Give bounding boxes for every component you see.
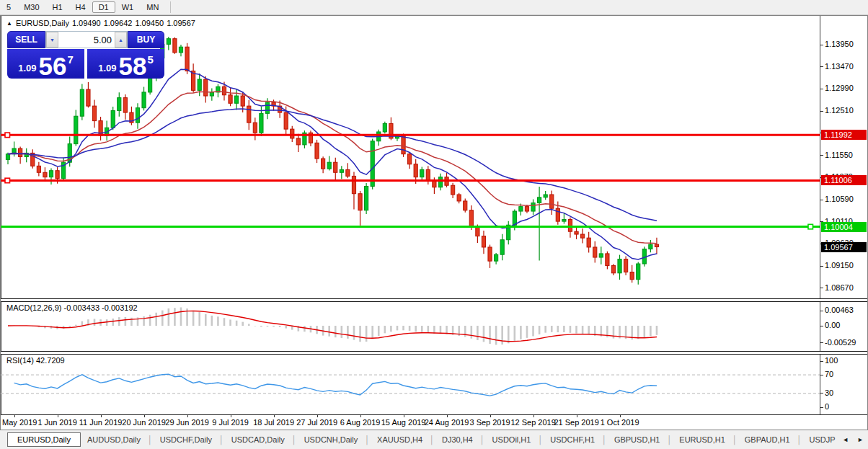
macd-plot[interactable]: MACD(12,26,9) -0.003433 -0.003192: [1, 302, 820, 351]
timeframe-button-mn[interactable]: MN: [140, 1, 165, 13]
level-handle[interactable]: [808, 224, 813, 229]
volume-control: ▼ ▲: [45, 31, 128, 48]
date-axis-label: 9 Jul 2019: [212, 418, 249, 427]
price-axis-tickmark: [820, 45, 823, 45]
tab-usdchf-daily[interactable]: USDCHF,Daily: [154, 432, 218, 447]
date-axis-tickmark: [317, 415, 318, 417]
level-handle[interactable]: [5, 178, 10, 183]
volume-input[interactable]: [58, 32, 115, 48]
tab-scroll-controls: ◄►: [840, 430, 866, 449]
price-badge-resistance: 1.11006: [821, 175, 867, 185]
rsi-axis-tick: 30: [825, 388, 833, 397]
tab-usdcad-daily[interactable]: USDCAD,Daily: [225, 432, 291, 447]
tab-separator: │: [147, 435, 154, 444]
macd-axis-tick: 0.00: [825, 321, 840, 329]
price-axis-tick: 1.08670: [825, 283, 854, 292]
volume-decrease-button[interactable]: ▼: [46, 32, 58, 48]
tab-usdjp[interactable]: USDJP: [802, 432, 841, 447]
price-badge-resistance: 1.11992: [821, 130, 867, 140]
date-axis-tickmark: [404, 415, 404, 417]
rsi-axis-tickmark: [820, 375, 823, 375]
chart-tab-bar: EURUSD,DailyAUDUSD,Daily│USDCHF,Daily│US…: [0, 430, 868, 449]
date-axis-label: 29 Jun 2019: [165, 418, 209, 427]
date-axis-label: 11 Jun 2019: [79, 418, 123, 427]
tab-separator: │: [537, 435, 544, 444]
tab-scroll-left-icon[interactable]: ◄: [842, 436, 849, 443]
price-axis-tick: 1.12990: [825, 84, 854, 92]
level-handle[interactable]: [5, 133, 10, 138]
main-price-pane: ▲EURUSD,Daily1.094901.096421.094501.0956…: [1, 16, 867, 298]
tab-audusd-daily[interactable]: AUDUSD,Daily: [81, 432, 147, 447]
macd-signal-line: [8, 311, 657, 342]
macd-values: -0.003433 -0.003192: [63, 303, 137, 312]
ema-slow-line: [8, 109, 657, 221]
date-axis-tickmark: [274, 415, 275, 417]
sell-price-handle: 1.09: [18, 63, 36, 74]
date-axis[interactable]: 23 May 20191 Jun 201911 Jun 201920 Jun 2…: [1, 414, 867, 430]
timeframe-button-d1[interactable]: D1: [92, 1, 115, 13]
tab-usdchf-h1[interactable]: USDCHF,H1: [544, 432, 601, 447]
chart-window: ▲EURUSD,Daily1.094901.096421.094501.0956…: [0, 15, 868, 430]
sell-price-panel[interactable]: 1.09567: [7, 49, 84, 79]
tab-separator: │: [601, 435, 608, 444]
tab-separator: │: [291, 435, 298, 444]
timeframe-button-h4[interactable]: H4: [69, 1, 92, 13]
price-axis-tickmark: [820, 288, 823, 288]
date-axis-tickmark: [447, 415, 448, 417]
date-axis-label: 18 Jul 2019: [253, 418, 294, 427]
buy-price-handle: 1.09: [98, 63, 116, 74]
date-axis-label: 1 Jun 2019: [37, 418, 76, 427]
rsi-pane: RSI(14) 42.7209 10070300: [1, 355, 867, 414]
macd-label: MACD(12,26,9) -0.003433 -0.003192: [6, 303, 138, 312]
rsi-axis-tick: 0: [825, 402, 829, 411]
macd-axis-tickmark: [820, 342, 823, 343]
timeframe-button-h1[interactable]: H1: [46, 1, 69, 13]
tab-dj30-h4[interactable]: DJ30,H4: [435, 432, 479, 447]
buy-button[interactable]: BUY: [128, 31, 164, 48]
date-axis-label: 21 Sep 2019: [554, 418, 598, 427]
tab-separator: │: [797, 435, 803, 444]
tab-eurusd-daily[interactable]: EURUSD,Daily: [7, 432, 81, 447]
timeframe-button-m30[interactable]: M30: [17, 1, 45, 13]
toolbar-separator: [170, 1, 171, 13]
date-axis-tickmark: [101, 415, 102, 417]
tab-eurusd-h1[interactable]: EURUSD,H1: [673, 432, 732, 447]
date-axis-tickmark: [187, 415, 188, 417]
volume-increase-button[interactable]: ▲: [115, 32, 127, 48]
sell-price-pip: 7: [67, 53, 73, 66]
price-axis[interactable]: 1.139501.134701.129901.125101.120301.115…: [820, 16, 867, 298]
tab-scroll-right-icon[interactable]: ►: [857, 436, 864, 443]
macd-axis-tick: -0.00529: [825, 338, 856, 347]
price-axis-tick: 1.13950: [825, 40, 854, 48]
price-axis-tick: 1.09150: [825, 261, 854, 270]
tab-separator: │: [666, 435, 673, 444]
collapse-chart-icon[interactable]: ▲: [6, 20, 12, 27]
tab-gbpaud-h1[interactable]: GBPAUD,H1: [738, 432, 797, 447]
tab-xauusd-h4[interactable]: XAUUSD,H4: [371, 432, 429, 447]
rsi-axis-tick: 100: [825, 356, 838, 365]
rsi-plot[interactable]: RSI(14) 42.7209: [1, 355, 820, 414]
price-axis-tickmark: [820, 66, 823, 67]
rsi-axis-tickmark: [820, 407, 823, 408]
date-axis-label: 12 Sep 2019: [510, 418, 555, 427]
timeframe-button-w1[interactable]: W1: [115, 1, 141, 13]
chart-symbol: EURUSD,Daily: [16, 19, 69, 27]
timeframe-toolbar: 5M30H1H4D1W1MN: [0, 0, 868, 15]
timeframe-button-5[interactable]: 5: [0, 1, 17, 13]
price-axis-tickmark: [820, 111, 823, 112]
macd-pane: MACD(12,26,9) -0.003433 -0.003192 0.0046…: [1, 302, 867, 351]
price-axis-tickmark: [820, 266, 823, 267]
macd-name: MACD(12,26,9): [6, 303, 61, 312]
buy-price-panel[interactable]: 1.09585: [87, 49, 164, 79]
price-axis-tickmark: [820, 89, 823, 89]
main-chart-plot[interactable]: ▲EURUSD,Daily1.094901.096421.094501.0956…: [1, 16, 820, 298]
price-axis-tick: 1.13470: [825, 62, 854, 71]
date-axis-tickmark: [620, 415, 621, 417]
date-axis-tickmark: [533, 415, 534, 417]
sell-button[interactable]: SELL: [7, 31, 45, 48]
tab-gbpusd-h1[interactable]: GBPUSD,H1: [608, 432, 667, 447]
tab-usdoil-h1[interactable]: USDOil,H1: [486, 432, 538, 447]
price-axis-tickmark: [820, 155, 823, 156]
date-axis-label: 3 Sep 2019: [469, 418, 510, 427]
tab-usdcnh-daily[interactable]: USDCNH,Daily: [298, 432, 365, 447]
